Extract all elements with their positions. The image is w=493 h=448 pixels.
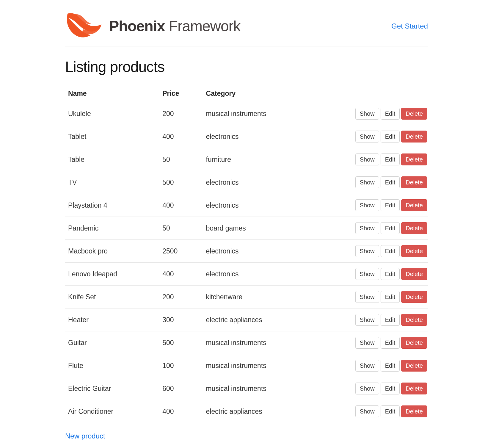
cell-actions: ShowEditDelete <box>330 217 428 240</box>
table-row: Lenovo Ideapad400electronicsShowEditDele… <box>65 263 428 286</box>
edit-button[interactable]: Edit <box>381 222 400 234</box>
edit-button[interactable]: Edit <box>381 153 400 165</box>
cell-category: electric appliances <box>203 400 330 423</box>
table-row: TV500electronicsShowEditDelete <box>65 171 428 194</box>
edit-button[interactable]: Edit <box>381 405 400 417</box>
delete-button[interactable]: Delete <box>401 108 427 120</box>
cell-price: 400 <box>159 400 203 423</box>
show-button[interactable]: Show <box>355 108 379 120</box>
cell-category: musical instruments <box>203 331 330 354</box>
table-row: Ukulele200musical instrumentsShowEditDel… <box>65 102 428 125</box>
cell-price: 100 <box>159 354 203 377</box>
table-row: Macbook pro2500electronicsShowEditDelete <box>65 240 428 263</box>
cell-category: electronics <box>203 240 330 263</box>
page-title: Listing products <box>65 58 428 76</box>
table-row: Knife Set200kitchenwareShowEditDelete <box>65 286 428 308</box>
edit-button[interactable]: Edit <box>381 131 400 142</box>
delete-button[interactable]: Delete <box>401 222 427 234</box>
show-button[interactable]: Show <box>355 153 379 165</box>
cell-name: Electric Guitar <box>65 377 159 400</box>
edit-button[interactable]: Edit <box>381 176 400 188</box>
table-row: Guitar500musical instrumentsShowEditDele… <box>65 331 428 354</box>
delete-button[interactable]: Delete <box>401 291 427 303</box>
cell-price: 500 <box>159 331 203 354</box>
table-row: Flute100musical instrumentsShowEditDelet… <box>65 354 428 377</box>
show-button[interactable]: Show <box>355 360 379 372</box>
cell-name: Pandemic <box>65 217 159 240</box>
cell-category: kitchenware <box>203 286 330 308</box>
delete-button[interactable]: Delete <box>401 245 427 257</box>
cell-actions: ShowEditDelete <box>330 125 428 148</box>
edit-button[interactable]: Edit <box>381 314 400 326</box>
cell-name: Guitar <box>65 331 159 354</box>
cell-name: Tablet <box>65 125 159 148</box>
edit-button[interactable]: Edit <box>381 337 400 349</box>
table-row: Table50furnitureShowEditDelete <box>65 148 428 171</box>
table-row: Playstation 4400electronicsShowEditDelet… <box>65 194 428 217</box>
phoenix-logo-icon <box>65 12 104 40</box>
cell-price: 50 <box>159 217 203 240</box>
cell-actions: ShowEditDelete <box>330 171 428 194</box>
delete-button[interactable]: Delete <box>401 314 427 326</box>
delete-button[interactable]: Delete <box>401 360 427 372</box>
delete-button[interactable]: Delete <box>401 131 427 142</box>
col-header-price: Price <box>159 86 203 102</box>
table-row: Air Conditioner400electric appliancesSho… <box>65 400 428 423</box>
brand-bold: Phoenix <box>109 18 165 35</box>
show-button[interactable]: Show <box>355 268 379 280</box>
edit-button[interactable]: Edit <box>381 108 400 120</box>
show-button[interactable]: Show <box>355 337 379 349</box>
show-button[interactable]: Show <box>355 199 379 211</box>
cell-price: 2500 <box>159 240 203 263</box>
col-header-actions <box>330 86 428 102</box>
edit-button[interactable]: Edit <box>381 360 400 372</box>
cell-name: Flute <box>65 354 159 377</box>
col-header-name: Name <box>65 86 159 102</box>
cell-actions: ShowEditDelete <box>330 263 428 286</box>
delete-button[interactable]: Delete <box>401 153 427 165</box>
cell-price: 400 <box>159 263 203 286</box>
show-button[interactable]: Show <box>355 131 379 142</box>
show-button[interactable]: Show <box>355 176 379 188</box>
edit-button[interactable]: Edit <box>381 291 400 303</box>
cell-name: Air Conditioner <box>65 400 159 423</box>
cell-actions: ShowEditDelete <box>330 286 428 308</box>
cell-name: Heater <box>65 308 159 331</box>
new-product-link[interactable]: New product <box>65 432 105 440</box>
cell-name: Table <box>65 148 159 171</box>
show-button[interactable]: Show <box>355 383 379 394</box>
delete-button[interactable]: Delete <box>401 383 427 394</box>
cell-name: Macbook pro <box>65 240 159 263</box>
cell-name: Lenovo Ideapad <box>65 263 159 286</box>
cell-price: 200 <box>159 102 203 125</box>
cell-actions: ShowEditDelete <box>330 377 428 400</box>
delete-button[interactable]: Delete <box>401 337 427 349</box>
show-button[interactable]: Show <box>355 405 379 417</box>
cell-name: Playstation 4 <box>65 194 159 217</box>
cell-category: musical instruments <box>203 354 330 377</box>
edit-button[interactable]: Edit <box>381 383 400 394</box>
products-table: Name Price Category Ukulele200musical in… <box>65 86 428 423</box>
cell-actions: ShowEditDelete <box>330 331 428 354</box>
cell-category: electronics <box>203 194 330 217</box>
cell-category: musical instruments <box>203 102 330 125</box>
cell-price: 500 <box>159 171 203 194</box>
edit-button[interactable]: Edit <box>381 268 400 280</box>
get-started-link[interactable]: Get Started <box>391 22 428 30</box>
show-button[interactable]: Show <box>355 314 379 326</box>
delete-button[interactable]: Delete <box>401 405 427 417</box>
table-row: Tablet400electronicsShowEditDelete <box>65 125 428 148</box>
col-header-category: Category <box>203 86 330 102</box>
cell-actions: ShowEditDelete <box>330 148 428 171</box>
show-button[interactable]: Show <box>355 222 379 234</box>
delete-button[interactable]: Delete <box>401 268 427 280</box>
delete-button[interactable]: Delete <box>401 176 427 188</box>
show-button[interactable]: Show <box>355 291 379 303</box>
cell-category: electronics <box>203 263 330 286</box>
edit-button[interactable]: Edit <box>381 245 400 257</box>
cell-name: Knife Set <box>65 286 159 308</box>
table-row: Heater300electric appliancesShowEditDele… <box>65 308 428 331</box>
show-button[interactable]: Show <box>355 245 379 257</box>
delete-button[interactable]: Delete <box>401 199 427 211</box>
edit-button[interactable]: Edit <box>381 199 400 211</box>
